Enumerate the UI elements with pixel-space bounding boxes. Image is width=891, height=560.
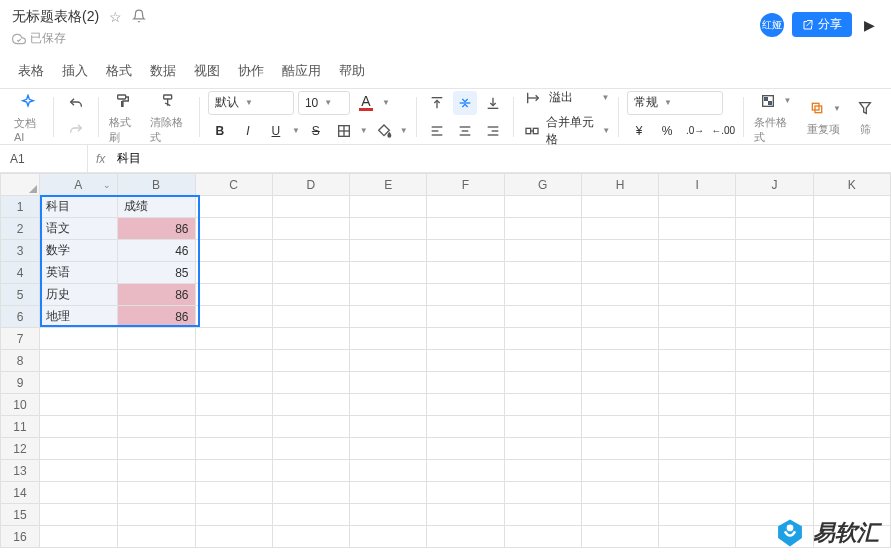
cell-G16[interactable] <box>504 526 581 548</box>
cell-H7[interactable] <box>581 328 658 350</box>
col-header-G[interactable]: G <box>504 174 581 196</box>
cell-H2[interactable] <box>581 218 658 240</box>
cell-I1[interactable] <box>659 196 736 218</box>
cell-E2[interactable] <box>350 218 427 240</box>
row-header-10[interactable]: 10 <box>1 394 40 416</box>
cell-F1[interactable] <box>427 196 504 218</box>
cell-F15[interactable] <box>427 504 504 526</box>
row-header-12[interactable]: 12 <box>1 438 40 460</box>
cell-G8[interactable] <box>504 350 581 372</box>
col-header-F[interactable]: F <box>427 174 504 196</box>
cell-J8[interactable] <box>736 350 813 372</box>
cell-B14[interactable] <box>117 482 195 504</box>
cell-I6[interactable] <box>659 306 736 328</box>
cell-D11[interactable] <box>272 416 349 438</box>
cell-K7[interactable] <box>813 328 890 350</box>
formula-input[interactable] <box>113 152 891 166</box>
redo-icon[interactable] <box>64 118 88 142</box>
cell-E15[interactable] <box>350 504 427 526</box>
cell-G15[interactable] <box>504 504 581 526</box>
cell-B1[interactable]: 成绩 <box>117 196 195 218</box>
cell-F13[interactable] <box>427 460 504 482</box>
cell-I14[interactable] <box>659 482 736 504</box>
cell-G2[interactable] <box>504 218 581 240</box>
cell-G4[interactable] <box>504 262 581 284</box>
row-header-9[interactable]: 9 <box>1 372 40 394</box>
cell-G10[interactable] <box>504 394 581 416</box>
cell-F4[interactable] <box>427 262 504 284</box>
dec-decrease-icon[interactable]: .0→ <box>683 119 707 143</box>
doc-ai-icon[interactable] <box>16 90 40 114</box>
cell-H9[interactable] <box>581 372 658 394</box>
cell-H11[interactable] <box>581 416 658 438</box>
cell-B9[interactable] <box>117 372 195 394</box>
underline-button[interactable]: U <box>264 119 288 143</box>
cell-E5[interactable] <box>350 284 427 306</box>
cell-F6[interactable] <box>427 306 504 328</box>
cell-K6[interactable] <box>813 306 890 328</box>
cell-B16[interactable] <box>117 526 195 548</box>
cell-C2[interactable] <box>195 218 272 240</box>
select-all-corner[interactable] <box>1 174 40 196</box>
overflow-icon[interactable] <box>521 86 545 110</box>
cell-K13[interactable] <box>813 460 890 482</box>
cell-K1[interactable] <box>813 196 890 218</box>
cell-C3[interactable] <box>195 240 272 262</box>
cell-K14[interactable] <box>813 482 890 504</box>
cell-B12[interactable] <box>117 438 195 460</box>
italic-button[interactable]: I <box>236 119 260 143</box>
cell-G1[interactable] <box>504 196 581 218</box>
star-icon[interactable]: ☆ <box>109 9 122 25</box>
cell-H15[interactable] <box>581 504 658 526</box>
cell-E3[interactable] <box>350 240 427 262</box>
cell-D13[interactable] <box>272 460 349 482</box>
menu-格式[interactable]: 格式 <box>106 62 132 80</box>
cell-E8[interactable] <box>350 350 427 372</box>
cell-C6[interactable] <box>195 306 272 328</box>
cell-G3[interactable] <box>504 240 581 262</box>
cell-J14[interactable] <box>736 482 813 504</box>
col-header-D[interactable]: D <box>272 174 349 196</box>
cell-K11[interactable] <box>813 416 890 438</box>
cell-K2[interactable] <box>813 218 890 240</box>
col-header-A[interactable]: A⌄ <box>39 174 117 196</box>
cell-C1[interactable] <box>195 196 272 218</box>
cell-F9[interactable] <box>427 372 504 394</box>
cell-A2[interactable]: 语文 <box>39 218 117 240</box>
cell-H12[interactable] <box>581 438 658 460</box>
cell-E16[interactable] <box>350 526 427 548</box>
cell-H14[interactable] <box>581 482 658 504</box>
cell-F2[interactable] <box>427 218 504 240</box>
cell-C12[interactable] <box>195 438 272 460</box>
cell-H6[interactable] <box>581 306 658 328</box>
font-color-button[interactable]: A <box>354 91 378 115</box>
cell-J7[interactable] <box>736 328 813 350</box>
align-right-icon[interactable] <box>481 119 505 143</box>
align-center-icon[interactable] <box>453 119 477 143</box>
cell-B6[interactable]: 86 <box>117 306 195 328</box>
cell-J4[interactable] <box>736 262 813 284</box>
cell-H8[interactable] <box>581 350 658 372</box>
cell-K4[interactable] <box>813 262 890 284</box>
row-header-11[interactable]: 11 <box>1 416 40 438</box>
cell-H5[interactable] <box>581 284 658 306</box>
border-button[interactable] <box>332 119 356 143</box>
col-header-I[interactable]: I <box>659 174 736 196</box>
cell-G12[interactable] <box>504 438 581 460</box>
menu-视图[interactable]: 视图 <box>194 62 220 80</box>
row-header-4[interactable]: 4 <box>1 262 40 284</box>
cell-A10[interactable] <box>39 394 117 416</box>
bold-button[interactable]: B <box>208 119 232 143</box>
cell-F12[interactable] <box>427 438 504 460</box>
cell-E10[interactable] <box>350 394 427 416</box>
cell-A3[interactable]: 数学 <box>39 240 117 262</box>
cell-G5[interactable] <box>504 284 581 306</box>
undo-icon[interactable] <box>64 92 88 116</box>
cell-H1[interactable] <box>581 196 658 218</box>
cell-G13[interactable] <box>504 460 581 482</box>
cell-J12[interactable] <box>736 438 813 460</box>
align-left-icon[interactable] <box>425 119 449 143</box>
cell-I12[interactable] <box>659 438 736 460</box>
cell-F16[interactable] <box>427 526 504 548</box>
cell-K8[interactable] <box>813 350 890 372</box>
